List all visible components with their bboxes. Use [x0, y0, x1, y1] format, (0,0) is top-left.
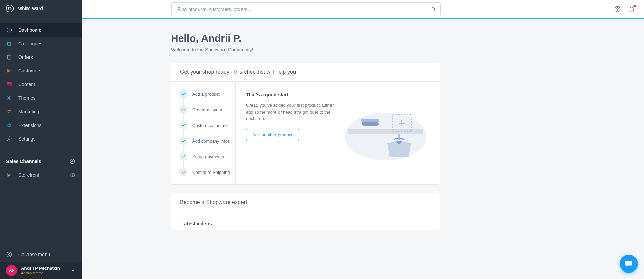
svg-point-6 [8, 69, 10, 71]
add-channel-button[interactable] [69, 158, 75, 164]
nav-label: Orders [18, 54, 33, 60]
circle-icon [179, 105, 187, 114]
chat-fab[interactable] [620, 255, 638, 273]
svg-point-16 [7, 252, 12, 257]
check-create-layout[interactable]: Create a layout [179, 105, 230, 114]
svg-point-12 [8, 138, 10, 140]
expert-card: Become a Shopware expert Latest videos [171, 193, 440, 230]
collapse-label: Collapse menu [18, 252, 50, 257]
box-icon [6, 40, 12, 47]
user-role: Administrator [21, 271, 71, 275]
eye-icon[interactable] [70, 172, 75, 178]
check-customise-theme[interactable]: Customise theme [179, 121, 230, 129]
nav-label: Dashboard [18, 27, 42, 33]
check-icon [179, 137, 187, 145]
megaphone-icon [6, 109, 12, 115]
nav-orders[interactable]: Orders [0, 50, 82, 64]
gauge-icon [6, 27, 12, 33]
nav-settings[interactable]: Settings [0, 132, 82, 146]
check-company-infos[interactable]: Add company infos [179, 137, 230, 145]
notification-dot [633, 5, 636, 7]
svg-rect-10 [10, 84, 12, 85]
check-configure-shipping[interactable]: Configure Shipping [179, 168, 230, 176]
nav-customers[interactable]: Customers [0, 64, 82, 78]
search-input[interactable] [171, 2, 441, 16]
brand-name: white-ward [18, 6, 43, 11]
check-add-product[interactable]: Add a product [179, 90, 230, 98]
greeting-subtitle: Welcome to the Shopware Community! [171, 47, 440, 52]
svg-point-17 [432, 7, 435, 10]
nav-themes[interactable]: Themes [0, 91, 82, 105]
search-icon[interactable] [431, 6, 436, 12]
help-icon[interactable] [614, 6, 621, 13]
nav-label: Themes [18, 95, 36, 101]
check-icon [179, 152, 187, 161]
content-area: Hello, Andrii P. Welcome to the Shopware… [82, 19, 644, 279]
sales-channels-label: Sales Channels [6, 159, 41, 164]
detail-desc: Great, you've added your first product. … [246, 102, 334, 122]
nav-dashboard[interactable]: Dashboard [0, 23, 82, 37]
main-nav: Dashboard Catalogues Orders Customers Co… [0, 17, 82, 146]
channel-storefront[interactable]: Storefront [0, 168, 82, 182]
nav-marketing[interactable]: Marketing [0, 105, 82, 118]
nav-catalogues[interactable]: Catalogues [0, 37, 82, 50]
plug-icon [6, 122, 12, 128]
nav-content[interactable]: Content [0, 78, 82, 91]
circle-icon [179, 168, 187, 176]
checklist-detail: That's a good start! Great, you've added… [236, 82, 440, 184]
sidebar: white-ward Dashboard Catalogues Orders C… [0, 0, 82, 279]
nav-label: Customers [18, 68, 41, 73]
layout-icon [6, 81, 12, 87]
illustration [334, 92, 430, 174]
logo-icon [6, 5, 14, 12]
svg-rect-8 [7, 83, 11, 84]
top-actions [614, 6, 635, 13]
svg-rect-11 [8, 124, 10, 126]
topbar [82, 0, 644, 19]
gear-icon [6, 136, 12, 142]
nav-label: Settings [18, 136, 36, 142]
users-icon [6, 68, 12, 74]
svg-point-15 [72, 174, 73, 176]
avatar: AP [6, 265, 17, 276]
nav-label: Catalogues [18, 41, 42, 46]
chevron-up-icon [71, 268, 75, 273]
bell-icon[interactable] [628, 6, 635, 13]
detail-title: That's a good start! [246, 92, 334, 97]
sidebar-header: white-ward [0, 0, 82, 17]
user-name: Andrii P Pechatkin [21, 266, 71, 271]
svg-rect-22 [362, 122, 379, 126]
add-another-product-button[interactable]: Add another product [246, 129, 299, 141]
clipboard-icon [6, 54, 12, 60]
expert-card-title: Become a Shopware expert [171, 193, 440, 212]
nav-extensions[interactable]: Extensions [0, 118, 82, 132]
nav-label: Content [18, 82, 35, 87]
checklist-card: Get your shop ready - this checklist wil… [171, 63, 440, 185]
svg-point-20 [345, 113, 426, 160]
latest-videos-heading: Latest videos [171, 212, 440, 230]
check-icon [179, 121, 187, 129]
check-setup-payments[interactable]: Setup payments [179, 152, 230, 161]
main: Hello, Andrii P. Welcome to the Shopware… [82, 0, 644, 279]
svg-point-7 [10, 69, 11, 70]
storefront-icon [6, 172, 12, 178]
nav-label: Marketing [18, 109, 39, 114]
search-wrap [171, 2, 441, 16]
sales-channels-heading: Sales Channels [0, 154, 82, 168]
svg-rect-23 [361, 119, 379, 122]
checklist: Add a product Create a layout Customise [171, 82, 236, 184]
svg-point-19 [617, 11, 618, 11]
nav-label: Extensions [18, 122, 41, 128]
user-menu[interactable]: AP Andrii P Pechatkin Administrator [0, 262, 82, 279]
collapse-menu-button[interactable]: Collapse menu [0, 247, 82, 262]
sparkle-icon [6, 95, 12, 101]
checklist-card-title: Get your shop ready - this checklist wil… [171, 63, 440, 82]
svg-rect-9 [7, 84, 9, 86]
check-icon [179, 90, 187, 98]
collapse-icon [6, 251, 12, 258]
channel-label: Storefront [18, 172, 39, 178]
greeting-title: Hello, Andrii P. [171, 33, 440, 44]
